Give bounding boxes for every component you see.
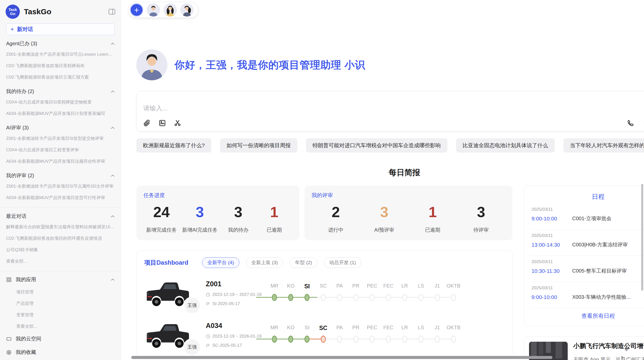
flag-icon bbox=[206, 343, 210, 348]
project-dashboard-card: 项目Dashboard 全新平台 (4) 全新上装 (3) 年型 (2) 动总开… bbox=[136, 250, 513, 357]
suggestion-chip[interactable]: 比亚迪全固态电池计划具体说了什么 bbox=[456, 138, 555, 153]
card-label: 我的评审 bbox=[312, 192, 505, 199]
news-title: 小鹏飞行汽车制造公司增资 bbox=[573, 342, 644, 350]
section-ai-review[interactable]: AI评审 (3) bbox=[6, 124, 115, 131]
collapse-sidebar-icon[interactable] bbox=[109, 9, 115, 14]
vertical-scrollbar-thumb[interactable] bbox=[641, 184, 643, 291]
filter-new-top[interactable]: 全新上装 (3) bbox=[246, 257, 283, 268]
sidebar-item-view-all-apps[interactable]: 查看全部... bbox=[6, 321, 115, 332]
voice-call-phone-icon[interactable] bbox=[627, 119, 634, 127]
new-chat-button[interactable]: + 新对话 bbox=[6, 23, 115, 35]
chevron-up-icon[interactable] bbox=[111, 90, 115, 93]
sidebar-task-item[interactable]: Z001-全新燃油轻卡产品开发项目SI节点属性5D文件评审 bbox=[6, 181, 115, 192]
scroll-down-arrow-icon[interactable] bbox=[624, 349, 629, 351]
filter-all-new-platform[interactable]: 全新平台 (4) bbox=[202, 257, 239, 268]
sidebar-item-project-mgmt[interactable]: 项目管理 bbox=[6, 286, 115, 298]
suggestion-chip[interactable]: 欧洲新规最近颁布了什么? bbox=[136, 138, 211, 153]
sidebar-task-item[interactable]: C0X4-动力总成开发项目SI里程碑提交物检查 bbox=[6, 96, 115, 108]
suggestion-chip[interactable]: 如何写一份清晰的项目周报 bbox=[220, 138, 297, 153]
flag-icon bbox=[206, 302, 210, 306]
horizontal-scrollbar bbox=[130, 356, 644, 359]
chevron-up-icon[interactable] bbox=[111, 127, 115, 129]
assistant-avatar-2[interactable] bbox=[164, 3, 177, 17]
chevron-up-icon[interactable] bbox=[111, 174, 115, 177]
recent-chat-item[interactable]: 解释最新出台的欧盟报废车法规再生塑料比例被调至15%... bbox=[6, 221, 115, 233]
recent-chat-item[interactable]: 公司Q3轻卡销量 bbox=[6, 244, 115, 256]
project-milestone-date: SC-2025-05-17 bbox=[212, 343, 242, 348]
new-chat-label: 新对话 bbox=[17, 26, 33, 33]
project-info: Z001 2023-12-19 ~ 2027-01-19 SI-2025-05-… bbox=[206, 280, 266, 306]
section-recent-chats[interactable]: 最近对话 bbox=[6, 213, 115, 220]
schedule-item: 2025/03/11 10:30-11:30 C005-整车工程目标评审 加入 bbox=[532, 256, 644, 282]
input-toolbar-left bbox=[143, 119, 181, 127]
clock-icon bbox=[206, 292, 210, 297]
recent-chat-view-all[interactable]: 查看全部... bbox=[6, 256, 115, 267]
filter-year-model[interactable]: 年型 (2) bbox=[290, 257, 317, 268]
main-area: + 王强 你好，王强，我是你的项目管理助理 小识 bbox=[121, 0, 644, 360]
suggestion-chips: 欧洲新规最近颁布了什么? 如何写一份清晰的项目周报 特朗普可能对进口汽车增税会对… bbox=[136, 138, 644, 153]
screenshot-scissors-icon[interactable] bbox=[174, 119, 181, 127]
stat-ai-prereview: 3AI预评审 bbox=[369, 203, 400, 233]
stat-overdue: 1已逾期 bbox=[259, 203, 289, 233]
sidebar-task-item[interactable]: C02-飞腾新能源轻客改款项目立项汇报方案 bbox=[6, 71, 115, 83]
image-upload-icon[interactable] bbox=[158, 119, 166, 127]
sidebar-item-change-mgmt[interactable]: 变更管理 bbox=[6, 309, 115, 321]
sidebar-item-favorites[interactable]: 我的收藏 bbox=[6, 346, 115, 359]
recent-chat-item[interactable]: C02-飞腾新能源轻客改款项目的闭环通告反馈情况 bbox=[6, 233, 115, 244]
milestone-timeline: MRKOSISCPAPRPECFECLRLSJ1OKTB bbox=[266, 325, 505, 345]
suggestion-chip[interactable]: 特朗普可能对进口汽车增税会对中国车企造成哪些影响 bbox=[306, 138, 447, 153]
add-assistant-button[interactable]: + bbox=[130, 3, 143, 17]
sidebar-task-item[interactable]: A034-全新新能源MUV产品开发项目计划变更表编写 bbox=[6, 108, 115, 119]
filter-powertrain[interactable]: 动总开发 (1) bbox=[324, 257, 361, 268]
sidebar-task-item[interactable]: C0X4-动力总成开发项目工程变更评审 bbox=[6, 144, 115, 156]
project-row[interactable]: 王强 A034 2023-12-19 ~ 2026-01-19 SC-2025-… bbox=[144, 318, 505, 351]
section-agent-done[interactable]: Agent已办 (3) bbox=[6, 40, 115, 47]
chevron-up-icon[interactable] bbox=[111, 278, 115, 281]
chat-input[interactable] bbox=[143, 97, 644, 119]
schedule-card: 日程 2025/03/11 9:00-10:00 C001-立项审批会 加入 2… bbox=[524, 186, 644, 326]
app-logo: Task Go bbox=[6, 5, 20, 19]
favorites-badge-icon bbox=[6, 350, 12, 355]
daily-briefing-title: 每日简报 bbox=[389, 168, 420, 177]
project-info: A034 2023-12-19 ~ 2026-01-19 SC-2025-05-… bbox=[206, 322, 266, 348]
avatar-male-icon bbox=[136, 49, 167, 80]
sidebar-task-item[interactable]: C02-飞腾新能源轻客改款项目里程碑画布 bbox=[6, 60, 115, 71]
sidebar-item-product-mgmt[interactable]: 产品管理 bbox=[6, 298, 115, 309]
divider bbox=[0, 271, 121, 271]
sidebar-task-item[interactable]: A034-全新新能源MUV产品开发项目造型可行性评审 bbox=[6, 192, 115, 203]
stat-new-done: 24新增完成任务 bbox=[146, 203, 177, 233]
cloud-space-icon bbox=[6, 336, 12, 342]
attachment-paperclip-icon[interactable] bbox=[143, 119, 151, 127]
sidebar-item-my-apps[interactable]: 我的应用 bbox=[6, 273, 115, 286]
stat-overdue: 1已逾期 bbox=[417, 203, 448, 233]
clock-icon bbox=[206, 334, 210, 339]
chevron-up-icon[interactable] bbox=[111, 42, 115, 45]
suggestion-chip[interactable]: 当下年轻人对汽车外观有怎样的喜好趋势 bbox=[563, 138, 644, 153]
stat-pending-review: 3待评审 bbox=[466, 203, 496, 233]
stat-cards: 任务进度 24新增完成任务 3新增AI完成任务 3我的待办 1已逾期 我的评审 … bbox=[136, 186, 513, 240]
section-my-review[interactable]: 我的评审 (2) bbox=[6, 172, 115, 179]
chat-input-card bbox=[136, 91, 644, 132]
input-toolbar bbox=[143, 119, 644, 127]
section-my-todo[interactable]: 我的待办 (2) bbox=[6, 88, 115, 95]
assistant-avatar-3[interactable] bbox=[180, 3, 194, 17]
sidebar-item-cloud-space[interactable]: 我的云空间 bbox=[6, 332, 115, 346]
sidebar-header: Task Go TaskGo bbox=[6, 4, 115, 20]
sidebar-task-item[interactable]: A034-全新新能源MUV产品开发项目法规符合性评审 bbox=[6, 156, 115, 167]
view-all-schedule-link[interactable]: 查看所有日程 bbox=[532, 308, 644, 321]
project-thumbnail: 王强 bbox=[144, 277, 192, 309]
assistant-switcher: + bbox=[128, 2, 198, 18]
avatar-male-icon bbox=[147, 3, 160, 17]
project-owner-badge: 王强 bbox=[183, 338, 201, 356]
greeting-block: 你好，王强，我是你的项目管理助理 小识 bbox=[136, 49, 644, 80]
scroll-right-arrow-icon[interactable] bbox=[621, 356, 624, 360]
app-title: TaskGo bbox=[24, 7, 109, 16]
dashboard-title: 项目Dashboard bbox=[144, 259, 188, 267]
horizontal-scrollbar-thumb[interactable] bbox=[131, 356, 552, 359]
chevron-up-icon[interactable] bbox=[111, 215, 115, 217]
assistant-avatar-1[interactable] bbox=[147, 3, 160, 17]
sidebar-task-item[interactable]: Z001-全新燃油皮卡产品开发项目SI节点Lesson Learn报告 bbox=[6, 49, 115, 60]
project-row[interactable]: 王强 Z001 2023-12-19 ~ 2027-01-19 SI-2025-… bbox=[144, 277, 505, 310]
sidebar-task-item[interactable]: Z001-全新燃油轻卡产品开发项目SI造型提交物评审 bbox=[6, 133, 115, 144]
schedule-item: 2025/03/11 13:00-14:30 C003|H0B-方案冻结评审 加… bbox=[532, 230, 644, 256]
